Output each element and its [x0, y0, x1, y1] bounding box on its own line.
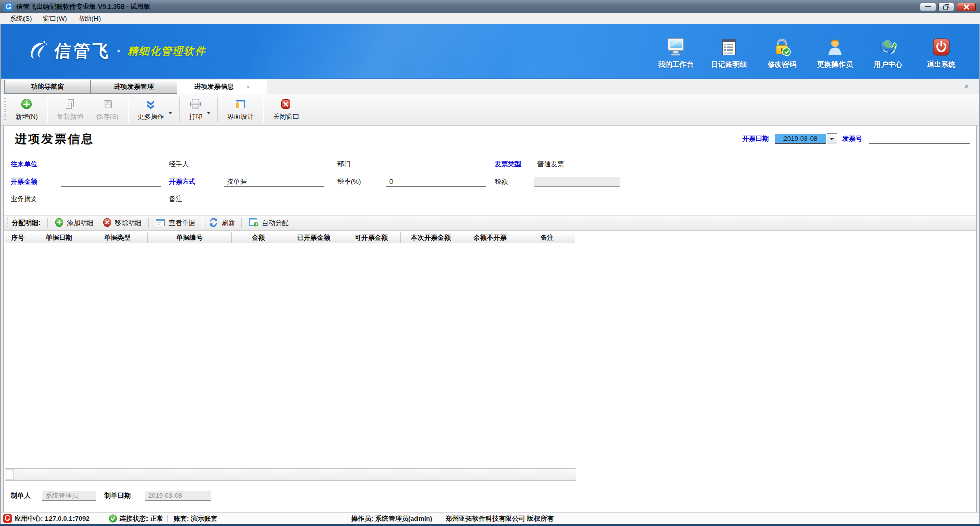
monitor-icon — [666, 38, 685, 58]
grid-column-header[interactable]: 金额 — [232, 232, 285, 243]
page-header: 进项发票信息 开票日期 2019-03-08 发票号 — [4, 126, 976, 154]
invoice-no-input[interactable] — [869, 134, 970, 144]
menu-item-system[interactable]: 系统(S) — [4, 13, 37, 24]
status-logo-icon — [3, 514, 12, 523]
toolbar-separator — [128, 97, 128, 122]
close-button[interactable] — [957, 3, 976, 11]
detail-button-add[interactable]: 添加明细 — [50, 216, 98, 230]
detail-button-refresh[interactable]: 刷新 — [204, 216, 239, 230]
grid-column-header[interactable]: 序号 — [5, 232, 31, 243]
remark-input[interactable] — [224, 194, 324, 204]
quick-action-change-password[interactable]: 修改密码 — [755, 38, 808, 69]
invoice-amount-label: 开票金额 — [11, 177, 37, 187]
detail-toolbar-grip[interactable] — [7, 218, 8, 228]
print-dropdown-arrow[interactable] — [207, 112, 211, 114]
minimize-button[interactable] — [920, 3, 936, 11]
add-circle-icon — [21, 98, 32, 110]
horizontal-scrollbar[interactable] — [5, 468, 576, 481]
grid-column-header[interactable]: 可开票金额 — [342, 232, 401, 243]
grid-column-header[interactable]: 已开票金额 — [285, 232, 342, 243]
menu-item-window[interactable]: 窗口(W) — [37, 13, 72, 24]
tab-function-nav[interactable]: 功能导航窗 — [4, 80, 91, 94]
partner-input[interactable] — [61, 159, 161, 169]
grid-column-header[interactable]: 备注 — [519, 232, 575, 243]
tax-amount-readonly-field — [534, 177, 620, 187]
tab-invoice-management[interactable]: 进项发票管理 — [90, 80, 177, 94]
status-bar: 应用中心: 127.0.0.1:7092 连接状态: 正常 账套: 演示账套 操… — [0, 512, 980, 524]
scrollbar-thumb[interactable] — [6, 469, 14, 480]
brand-bird-icon — [24, 40, 48, 63]
invoice-amount-input[interactable] — [61, 177, 161, 187]
operator-user-icon — [826, 38, 844, 58]
more-actions-dropdown-arrow[interactable] — [168, 112, 173, 114]
toolbar-grip[interactable] — [4, 98, 6, 121]
menu-bar: 系统(S) 窗口(W) 帮助(H) — [0, 13, 980, 24]
grid-column-header[interactable]: 余额不开票 — [461, 232, 519, 243]
handler-label: 经手人 — [169, 159, 189, 169]
grid-column-header[interactable]: 单据日期 — [31, 232, 87, 243]
invoice-date-value[interactable]: 2019-03-08 — [775, 134, 826, 144]
invoice-date-dropdown-button[interactable] — [827, 133, 837, 144]
created-date-readonly-field: 2019-03-08 — [145, 491, 211, 501]
detail-toolbar: 分配明细: 添加明细 移除明细 查看单据 刷新 自动分配 — [4, 215, 976, 231]
toolbar-button-print[interactable]: 打印 — [182, 95, 209, 124]
business-summary-label: 业务摘要 — [11, 194, 37, 204]
toolbar-separator — [217, 97, 218, 122]
minimize-icon — [925, 6, 931, 8]
brand-separator: · — [117, 43, 121, 59]
toolbar-separator — [179, 97, 180, 122]
brand-name: 信管飞 — [53, 40, 112, 63]
view-document-icon — [155, 218, 165, 229]
tab-close-icon[interactable]: × — [246, 83, 250, 91]
invoice-method-label: 开票方式 — [169, 177, 195, 187]
quick-action-user-center[interactable]: 用户中心 — [862, 38, 915, 69]
toolbar-button-save[interactable]: 保存(S) — [90, 95, 125, 124]
quick-action-journal-detail[interactable]: 日记账明细 — [702, 38, 755, 69]
quick-action-my-workspace[interactable]: 我的工作台 — [649, 38, 702, 69]
printer-icon — [189, 98, 202, 110]
toolbar-button-new[interactable]: 新增(N) — [9, 95, 44, 124]
status-operator: 操作员: 系统管理员(admin) — [351, 514, 432, 523]
grid-column-header[interactable]: 单据编号 — [148, 232, 232, 243]
menu-item-help[interactable]: 帮助(H) — [72, 13, 106, 24]
handler-input[interactable] — [224, 159, 324, 169]
detail-button-view-doc[interactable]: 查看单据 — [151, 216, 200, 230]
close-icon — [964, 4, 969, 10]
created-date-label: 制单日期 — [104, 491, 131, 501]
toolbar-separator — [47, 97, 47, 122]
journal-list-icon — [720, 38, 738, 58]
remark-label: 备注 — [169, 194, 182, 204]
invoice-info-panel: 进项发票信息 开票日期 2019-03-08 发票号 往来单位 经手人 部门 发… — [3, 126, 977, 512]
business-summary-input[interactable] — [61, 194, 161, 204]
quick-action-switch-operator[interactable]: 更换操作员 — [808, 38, 862, 69]
invoice-type-input[interactable]: 普通发票 — [534, 159, 619, 169]
detail-button-remove[interactable]: 移除明细 — [98, 216, 146, 230]
close-all-tabs-button[interactable]: × — [964, 82, 969, 90]
department-input[interactable] — [386, 159, 486, 169]
detail-button-auto-assign[interactable]: 自动分配 — [244, 216, 293, 230]
double-chevron-down-icon — [145, 98, 156, 110]
restore-button[interactable] — [938, 3, 954, 11]
app-logo-icon — [4, 3, 13, 11]
add-circle-icon — [55, 218, 64, 229]
tab-invoice-info[interactable]: 进项发票信息 × — [177, 80, 267, 94]
brand-tagline: 精细化管理软件 — [128, 44, 206, 58]
window-left-edge — [0, 24, 1, 524]
invoice-date-picker[interactable]: 2019-03-08 — [775, 133, 837, 144]
toolbar-button-copy-new[interactable]: 复制新增 — [50, 95, 90, 124]
quick-action-exit-system[interactable]: 退出系统 — [915, 38, 968, 69]
toolbar-button-more-actions[interactable]: 更多操作 — [131, 95, 170, 124]
invoice-method-input[interactable]: 按单据 — [224, 177, 324, 187]
tax-rate-label: 税率(%) — [337, 177, 361, 187]
grid-column-header[interactable]: 本次开票金额 — [401, 232, 461, 243]
toolbar-button-close-window[interactable]: 关闭窗口 — [266, 95, 306, 124]
padlock-check-icon — [773, 38, 791, 58]
banner: 信管飞 · 精细化管理软件 我的工作台 日记账明细 — [0, 24, 980, 79]
copy-icon — [64, 98, 76, 110]
window-title: 信管飞出纳记账软件专业版 V9.1.358 - 试用版 — [16, 2, 150, 11]
grid-column-header[interactable]: 单据类型 — [87, 232, 148, 243]
tax-rate-input[interactable]: 0 — [386, 177, 486, 187]
refresh-icon — [209, 218, 218, 229]
toolbar-button-ui-design[interactable]: 界面设计 — [220, 95, 260, 124]
invoice-no-label: 发票号 — [842, 134, 862, 143]
